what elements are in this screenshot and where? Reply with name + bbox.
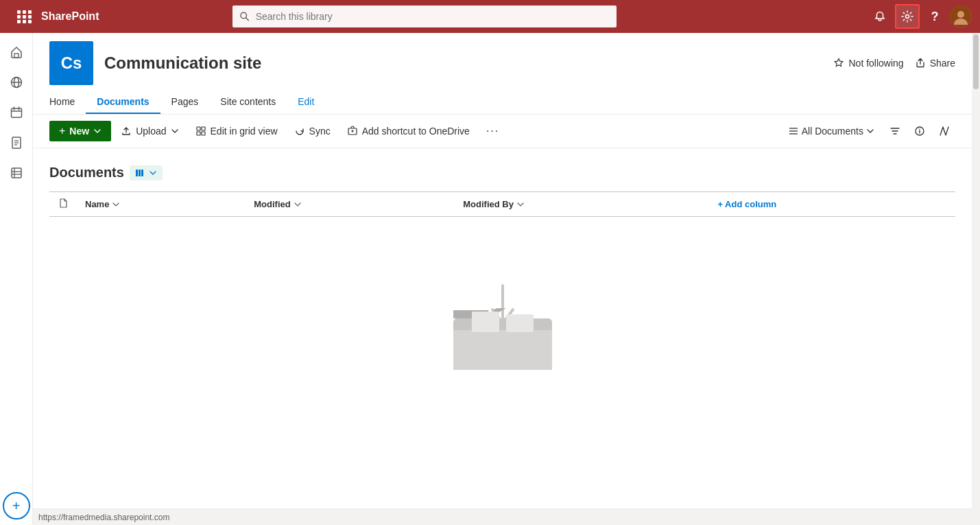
main-content: Cs Communication site Not following [33, 33, 972, 525]
more-button[interactable]: ··· [479, 121, 506, 141]
sidebar-item-globe[interactable] [3, 69, 30, 96]
top-nav: SharePoint ? [0, 0, 980, 33]
shortcut-icon [347, 126, 358, 137]
site-title: Communication site [104, 54, 261, 73]
toolbar-right: All Documents [781, 120, 955, 142]
sidebar-add-button[interactable]: + [3, 492, 30, 520]
grid-icon [195, 126, 206, 137]
empty-folder-illustration [434, 258, 571, 382]
svg-line-1 [246, 18, 249, 21]
site-identity: Cs Communication site [49, 41, 261, 85]
svg-rect-17 [12, 168, 21, 178]
sharepoint-logo[interactable]: SharePoint [41, 10, 99, 23]
filter-icon [889, 126, 900, 137]
upload-icon [121, 126, 132, 137]
sync-button[interactable]: Sync [287, 121, 337, 141]
sync-icon [294, 126, 305, 137]
new-label: New [69, 126, 89, 137]
modified-by-sort-icon [516, 200, 525, 209]
info-icon [914, 126, 925, 137]
add-shortcut-button[interactable]: Add shortcut to OneDrive [340, 121, 477, 141]
site-header: Cs Communication site Not following [33, 33, 972, 115]
edit-columns-button[interactable] [933, 120, 955, 142]
edit-grid-button[interactable]: Edit in grid view [189, 121, 285, 141]
sidebar: + [0, 33, 33, 525]
svg-rect-24 [202, 132, 205, 135]
nav-edit[interactable]: Edit [287, 91, 325, 114]
notification-button[interactable] [868, 4, 892, 29]
documents-header: Documents [49, 165, 955, 180]
lines-icon [788, 126, 799, 137]
svg-rect-39 [472, 312, 499, 332]
new-button[interactable]: + New [49, 121, 111, 141]
nav-site-contents[interactable]: Site contents [209, 91, 287, 114]
add-column-header[interactable]: + Add column [709, 192, 955, 217]
view-chevron-icon [149, 169, 157, 177]
upload-label: Upload [136, 126, 166, 137]
chevron-down-icon [93, 127, 101, 135]
search-input[interactable] [256, 11, 610, 22]
svg-rect-38 [453, 318, 552, 330]
status-bar: https://framedmedia.sharepoint.com [33, 509, 972, 525]
settings-button[interactable] [895, 4, 920, 29]
site-logo: Cs [49, 41, 93, 85]
all-documents-label: All Documents [802, 126, 863, 137]
name-col-header[interactable]: Name [77, 192, 246, 217]
modified-col-label: Modified [254, 199, 290, 209]
filter-button[interactable] [884, 120, 906, 142]
svg-point-2 [906, 15, 909, 19]
edit-grid-label: Edit in grid view [211, 126, 278, 137]
all-documents-button[interactable]: All Documents [781, 121, 881, 141]
upload-button[interactable]: Upload [114, 121, 185, 141]
site-header-top: Cs Communication site Not following [49, 41, 955, 85]
not-following-label: Not following [848, 58, 903, 69]
scrollbar[interactable] [972, 33, 980, 525]
columns-icon [939, 126, 950, 137]
search-icon [239, 11, 250, 22]
upload-chevron-icon [171, 127, 179, 135]
sidebar-item-calendar[interactable] [3, 99, 30, 126]
plus-icon: + [59, 125, 65, 137]
name-col-label: Name [85, 199, 109, 209]
share-button[interactable]: Share [915, 58, 955, 69]
nav-documents[interactable]: Documents [86, 91, 160, 114]
info-button[interactable] [909, 120, 931, 142]
more-label: ··· [486, 125, 499, 137]
checkbox-col-header [49, 192, 77, 217]
svg-rect-5 [14, 54, 19, 58]
svg-rect-33 [139, 170, 141, 176]
site-nav: Home Documents Pages Site contents Edit [49, 91, 955, 114]
svg-rect-34 [141, 170, 143, 176]
help-button[interactable]: ? [922, 4, 947, 29]
nav-home[interactable]: Home [49, 91, 86, 114]
star-icon [833, 58, 844, 69]
nav-right-actions: ? [868, 4, 972, 29]
sync-label: Sync [309, 126, 331, 137]
file-type-icon [58, 198, 69, 209]
share-icon [915, 58, 926, 69]
status-url: https://framedmedia.sharepoint.com [38, 513, 169, 522]
share-label: Share [930, 58, 955, 69]
waffle-button[interactable] [14, 5, 36, 27]
documents-area: Documents [33, 148, 972, 509]
sidebar-item-home[interactable] [3, 38, 30, 66]
not-following-button[interactable]: Not following [833, 58, 903, 69]
table-header-row: Name Modified [49, 192, 955, 217]
modified-by-col-label: Modified By [463, 199, 514, 209]
sidebar-item-list[interactable] [3, 159, 30, 187]
svg-rect-23 [197, 132, 200, 135]
svg-rect-37 [453, 330, 552, 370]
svg-rect-9 [11, 108, 21, 117]
modified-by-col-header[interactable]: Modified By [455, 192, 709, 217]
search-box[interactable] [232, 5, 617, 27]
nav-pages[interactable]: Pages [160, 91, 210, 114]
documents-table: Name Modified [49, 191, 955, 217]
svg-rect-22 [202, 127, 205, 130]
modified-col-header[interactable]: Modified [246, 192, 455, 217]
svg-point-31 [919, 128, 920, 129]
view-toggle-button[interactable] [130, 165, 163, 180]
site-actions: Not following Share [833, 58, 955, 69]
user-avatar[interactable] [950, 5, 972, 27]
sidebar-item-document[interactable] [3, 129, 30, 156]
scrollbar-thumb[interactable] [973, 34, 979, 89]
